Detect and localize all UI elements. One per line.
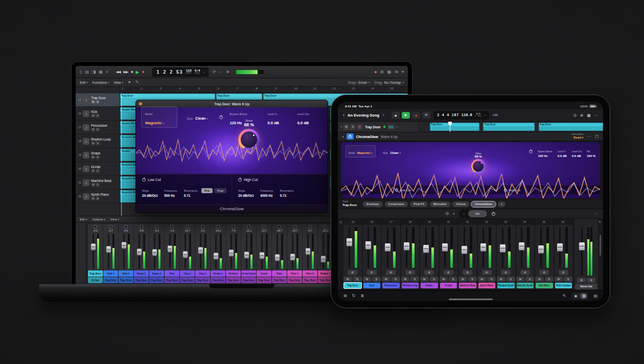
add-track-icon[interactable]: +: [453, 212, 455, 216]
low-cut-slope[interactable]: Slope24 dB/Oct: [142, 185, 157, 197]
settings-icon[interactable]: ⊚: [580, 113, 583, 118]
pan-knob[interactable]: [94, 225, 97, 229]
bypass-below-param[interactable]: Bypass Below120 Hz: [538, 145, 552, 157]
pan-knob[interactable]: [155, 225, 158, 229]
fader-handle[interactable]: [462, 246, 467, 254]
song-title[interactable]: An Evening Song: [348, 113, 379, 118]
fader-handle[interactable]: [214, 253, 218, 260]
ipad-lcd-display[interactable]: 2 4 4 187 110.0 4/4 C maj ▾: [433, 111, 489, 120]
pre-button[interactable]: Pre: [201, 188, 213, 193]
stop-button[interactable]: ■: [131, 70, 132, 74]
mute-button[interactable]: M: [382, 277, 390, 282]
fader-handle[interactable]: [500, 244, 505, 253]
fader-handle[interactable]: [91, 243, 96, 250]
solo-button[interactable]: S: [449, 277, 457, 282]
lcd-chevron-icon[interactable]: ▾: [203, 71, 204, 74]
rewind-button[interactable]: ◀◀: [116, 70, 121, 74]
plugin-slot[interactable]: Chorus: [452, 201, 469, 207]
mixer-channel-strip[interactable]: 0.6Kick 2Trap Door: [119, 224, 133, 283]
mixer-channel-strip[interactable]: -18.7RideTrap Door: [272, 224, 287, 283]
model-selector[interactable]: Model Magnetic ▾: [346, 145, 376, 157]
forward-button[interactable]: ▶▶: [124, 70, 128, 74]
chromaglow-plugin-panel[interactable]: Model Magnetic ▾ Style Clean ▾ Bypass Be…: [341, 142, 600, 198]
track-header[interactable]: 1 M S R Trap Door ›: [338, 122, 419, 132]
solo-button[interactable]: S: [468, 277, 477, 282]
plugin-slot[interactable]: Envelope: [363, 201, 382, 207]
chevron-down-icon[interactable]: ▾: [402, 70, 404, 74]
loop-browser-icon[interactable]: ▦: [387, 70, 392, 74]
pan-knob[interactable]: [232, 225, 235, 229]
low-cut-frequency[interactable]: Frequency500 Hz: [164, 185, 177, 197]
plugins-view-icon[interactable]: ◉: [572, 293, 579, 299]
loops-icon[interactable]: ↻: [352, 293, 356, 298]
region-clip[interactable]: Trap Door: [430, 123, 479, 131]
fader-handle[interactable]: [321, 256, 326, 262]
level-in-param[interactable]: Level In0.0 dB: [558, 145, 567, 157]
record-enable-button[interactable]: R: [367, 270, 377, 275]
mac-lcd-display[interactable]: 1 2 2 53 110 KEEP 4/4 Cmaj ▾: [152, 67, 209, 77]
close-window-button[interactable]: [139, 102, 142, 105]
song-title-edit-icon[interactable]: ✎: [382, 113, 384, 117]
fader-handle[interactable]: [579, 242, 585, 251]
mixer-channel-strip[interactable]: RMSSnaps: [420, 225, 439, 289]
fader-handle[interactable]: [365, 241, 371, 249]
solo-button[interactable]: S: [353, 277, 362, 282]
level-out-param[interactable]: Level Out 0.0 dB: [297, 108, 323, 126]
mute-button[interactable]: M: [478, 277, 487, 282]
back-chevron-icon[interactable]: ‹: [343, 112, 344, 118]
mixer-channel-strip[interactable]: -15.7Perc 1Trap Door: [287, 224, 302, 283]
track-solo-button[interactable]: S: [96, 142, 100, 145]
record-enable-button[interactable]: R: [520, 270, 530, 275]
track-header[interactable]: 30♪Hi-HatMS: [76, 162, 120, 176]
mixer-channel-strip[interactable]: -1.6RimTrap Door: [165, 224, 179, 283]
cycle-icon[interactable]: ⟳: [212, 70, 216, 74]
chromaglow-plugin-window[interactable]: Trap Door: Warm It Up Model Magnetic ▾ S…: [135, 100, 328, 213]
keyboard-icon[interactable]: ▤: [593, 293, 597, 298]
sidebar-icon[interactable]: ▯: [80, 70, 82, 74]
low-cut-power-icon[interactable]: [142, 178, 146, 181]
display-icon[interactable]: ▦: [587, 113, 590, 118]
solo-button[interactable]: S: [410, 277, 419, 282]
high-cut-resonance[interactable]: Resonance0.71: [280, 185, 294, 197]
mixer-channel-strip[interactable]: RMSHi-Hat: [440, 225, 458, 289]
editor-list-icon[interactable]: ≣: [360, 293, 364, 298]
record-enable-button[interactable]: R: [348, 270, 357, 275]
fader-handle[interactable]: [198, 247, 203, 254]
mixer-scrollbar[interactable]: ↻: [598, 219, 602, 290]
track-solo-button[interactable]: S: [96, 197, 100, 200]
mixer-channel-strip[interactable]: -7.6Hi-Hat 2Trap Door: [226, 224, 241, 283]
track-solo-button[interactable]: S: [96, 183, 100, 187]
plugin-slot[interactable]: Compressor: [385, 201, 408, 207]
mixer-channel-strip[interactable]: -10.7Clap 1Trap Door: [180, 224, 195, 283]
mute-button[interactable]: M: [343, 124, 349, 130]
browser-icon[interactable]: ⊞: [343, 293, 347, 298]
snap-dropdown[interactable]: Snap:Smart▾: [348, 81, 370, 84]
fader-handle[interactable]: [106, 246, 111, 253]
mixer-channel-strip[interactable]: RMSPercussion: [382, 225, 400, 289]
record-enable-button[interactable]: R: [482, 270, 492, 275]
more-icon[interactable]: ⋯: [587, 134, 591, 139]
high-cut-slope[interactable]: Slope24 dB/Oct: [238, 185, 254, 197]
pencil-icon[interactable]: ✎: [563, 293, 566, 298]
fader-handle[interactable]: [519, 242, 524, 251]
track-header[interactable]: 25♪Trap DoorMS: [76, 93, 120, 107]
fader-handle[interactable]: [260, 252, 264, 259]
fader-handle[interactable]: [183, 252, 188, 258]
inspector-icon[interactable]: ◨: [92, 70, 96, 74]
mute-button[interactable]: M: [497, 277, 505, 282]
mixer-channel-strip[interactable]: -6.1Snare 2Trap Door: [149, 224, 164, 283]
fader-handle[interactable]: [480, 243, 486, 252]
mute-button[interactable]: M: [401, 277, 410, 282]
mute-button[interactable]: M: [555, 277, 563, 282]
solo-button[interactable]: S: [507, 277, 515, 282]
fader-view-icon[interactable]: ↕: [459, 210, 468, 217]
pan-knob[interactable]: [140, 225, 143, 229]
home-indicator[interactable]: [449, 299, 493, 300]
playhead[interactable]: [121, 93, 122, 216]
mixer-channel-strip[interactable]: RMSRhythm Loop: [401, 225, 420, 289]
edit-menu[interactable]: Edit▾: [80, 81, 88, 84]
solo-button[interactable]: S: [525, 277, 534, 282]
bypass-power-icon[interactable]: [529, 150, 533, 153]
mixer-channel-strip[interactable]: -11.1Hi-Hat OpenTrap Door: [241, 224, 256, 283]
add-plugin-button[interactable]: +: [498, 201, 505, 207]
